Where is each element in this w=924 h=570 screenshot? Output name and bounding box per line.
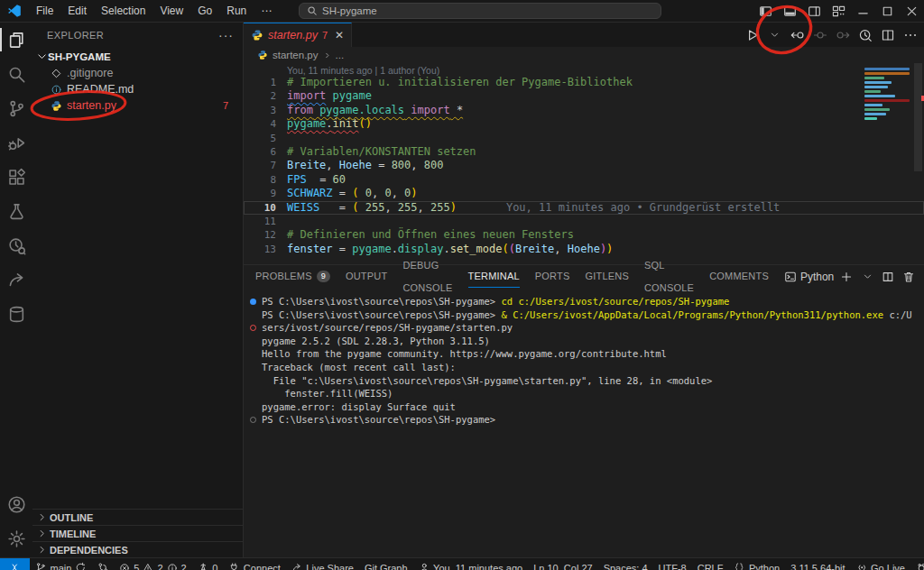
command-decoration-err	[250, 325, 256, 331]
open-changes[interactable]	[809, 24, 830, 45]
menu-run[interactable]: Run	[219, 0, 254, 22]
toggle-panel[interactable]	[778, 0, 802, 22]
panel-tab-ports[interactable]: PORTS	[535, 265, 570, 288]
code-line-5[interactable]: 5	[244, 132, 924, 145]
infos-icon	[167, 563, 178, 570]
status-remote[interactable]	[0, 558, 30, 570]
kill-terminal[interactable]	[901, 267, 917, 287]
panel-tab-label: COMMENTS	[709, 265, 769, 288]
status-branch[interactable]: main	[30, 558, 92, 570]
status-language-mode[interactable]: Python	[728, 558, 785, 570]
run-dropdown[interactable]	[764, 24, 785, 45]
section-outline[interactable]: OUTLINE	[32, 509, 243, 525]
code-line-4[interactable]: 4pygame.init()	[244, 117, 924, 131]
menu-edit[interactable]: Edit	[60, 0, 94, 22]
launch-profile-dropdown[interactable]	[859, 267, 875, 287]
tab-close-icon[interactable]: ✕	[335, 29, 344, 41]
folder-root[interactable]: SH-PYGAME	[32, 48, 243, 65]
customize-layout[interactable]	[827, 0, 851, 22]
activity-gitlens[interactable]	[0, 228, 32, 262]
panel-tab-debug-console[interactable]: DEBUG CONSOLE	[402, 265, 452, 288]
status-problems-summary[interactable]: 522	[114, 558, 191, 570]
panel-tab-output[interactable]: OUTPUT	[346, 265, 387, 288]
activity-extensions[interactable]	[0, 160, 32, 194]
activity-search[interactable]	[0, 57, 32, 91]
status-cursor-position[interactable]: Ln 10, Col 27	[528, 558, 597, 570]
live-preview[interactable]	[855, 24, 875, 45]
status-sql-connect[interactable]: Connect	[223, 558, 285, 570]
panel-tab-terminal[interactable]: TERMINAL	[468, 265, 520, 288]
panel-tab-comments[interactable]: COMMENTS	[709, 265, 769, 288]
status-python-interpreter[interactable]: 3.11.5 64-bit	[785, 558, 850, 570]
menu-selection[interactable]: Selection	[94, 0, 152, 22]
status-quokka[interactable]: Quokka	[910, 558, 924, 570]
maximize[interactable]	[875, 0, 900, 22]
file-readme[interactable]: README.md	[32, 81, 243, 97]
explorer-more-icon[interactable]: ···	[218, 28, 234, 42]
launch-profile-dropdown-icon	[863, 271, 873, 281]
more-actions[interactable]	[900, 24, 920, 45]
code-line-9[interactable]: 9SCHWARZ = ( 0, 0, 0)	[244, 187, 924, 200]
activity-accounts[interactable]	[0, 487, 32, 521]
code-line-2[interactable]: 2import pygame	[244, 89, 924, 103]
panel-tab-sql-console[interactable]: SQL CONSOLE	[644, 265, 694, 288]
breadcrumb-file[interactable]: starten.py	[273, 50, 319, 60]
previous-change[interactable]	[787, 24, 808, 45]
status-ports-forwarded[interactable]: 0	[192, 558, 224, 570]
breadcrumb[interactable]: starten.py ...	[244, 47, 924, 63]
code-line-1[interactable]: 1# Importieren u. initialisieren der Pyg…	[244, 76, 924, 89]
terminal-profile[interactable]: Python	[784, 267, 834, 287]
activity-source-control[interactable]	[0, 91, 32, 125]
command-center-search[interactable]: SH-pygame	[299, 3, 661, 19]
section-timeline[interactable]: TIMELINE	[32, 525, 243, 541]
code-line-11[interactable]: 11	[244, 215, 924, 228]
section-dependencies[interactable]: DEPENDENCIES	[32, 541, 243, 557]
toggle-secondary-sidebar[interactable]	[802, 0, 827, 22]
next-change[interactable]	[832, 24, 853, 45]
status-gitlens-blame[interactable]: You, 11 minutes ago	[413, 558, 529, 570]
split-terminal[interactable]	[880, 267, 896, 287]
breadcrumb-rest[interactable]: ...	[336, 50, 345, 60]
code-line-8[interactable]: 8FPS = 60	[244, 173, 924, 187]
file-label: README.md	[67, 83, 134, 96]
status-indentation[interactable]: Spaces: 4	[598, 558, 653, 570]
close-window[interactable]	[900, 0, 924, 22]
code-line-10[interactable]: 10WEISS = ( 255, 255, 255)You, 11 minute…	[244, 201, 924, 215]
minimize[interactable]	[851, 0, 875, 22]
split-editor[interactable]	[877, 24, 898, 45]
code-line-3[interactable]: 3from pygame.locals import *	[244, 104, 924, 117]
menu-go[interactable]: Go	[190, 0, 219, 22]
code-line-7[interactable]: 7Breite, Hoehe = 800, 800	[244, 159, 924, 172]
minimap[interactable]	[864, 68, 911, 122]
menu-more[interactable]: ⋯	[254, 0, 279, 22]
activity-settings[interactable]	[0, 521, 32, 556]
activity-live-share[interactable]	[0, 262, 32, 297]
toggle-primary-sidebar[interactable]	[753, 0, 778, 22]
run-python-file[interactable]	[742, 24, 762, 45]
menu-view[interactable]: View	[152, 0, 190, 22]
codelens-blame[interactable]: You, 11 minutes ago | 1 author (You)	[287, 65, 924, 76]
tab-starten-py[interactable]: starten.py 7 ✕	[244, 23, 352, 47]
code-editor[interactable]: You, 11 minutes ago | 1 author (You) 1# …	[244, 63, 924, 264]
code-line-6[interactable]: 6# Variablen/KONSTANTEN setzen	[244, 145, 924, 159]
status-encoding[interactable]: UTF-8	[653, 558, 692, 570]
editor-scrollbar[interactable]	[914, 63, 922, 171]
file-gitignore[interactable]: .gitignore	[32, 65, 243, 81]
code-line-12[interactable]: 12# Definieren und Öffnen eines neuen Fe…	[244, 228, 924, 242]
activity-explorer[interactable]	[0, 23, 32, 57]
code-line-13[interactable]: 13fenster = pygame.display.set_mode((Bre…	[244, 243, 924, 256]
status-live-share[interactable]: Live Share	[286, 558, 359, 570]
panel-tab-problems[interactable]: PROBLEMS9	[255, 265, 330, 288]
terminal[interactable]: PS C:\Users\ivost\source\repos\SH-pygame…	[244, 288, 924, 427]
status-go-live[interactable]: Go Live	[851, 558, 910, 570]
status-git-compare[interactable]	[92, 558, 115, 570]
status-eol[interactable]: CRLF	[692, 558, 729, 570]
new-terminal[interactable]	[838, 267, 855, 287]
file-starten[interactable]: starten.py7	[32, 97, 243, 114]
status-git-graph[interactable]: Git Graph	[359, 558, 413, 570]
panel-tab-gitlens[interactable]: GITLENS	[586, 265, 629, 288]
menu-file[interactable]: File	[29, 0, 60, 22]
activity-run-and-debug[interactable]	[0, 125, 32, 160]
activity-sql-database[interactable]	[0, 297, 32, 331]
activity-testing[interactable]	[0, 194, 32, 228]
